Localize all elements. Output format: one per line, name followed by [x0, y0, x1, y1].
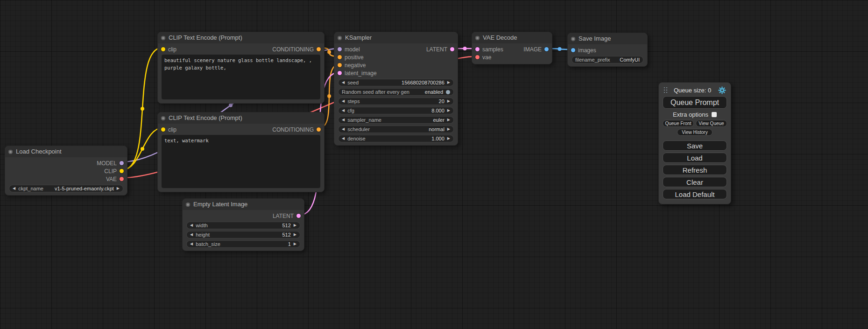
view-queue-button[interactable]: View Queue: [696, 120, 727, 127]
node-clip-text-encode-positive[interactable]: CLIP Text Encode (Prompt) clip CONDITION…: [157, 32, 325, 104]
image-slot-dot[interactable]: [571, 48, 575, 52]
node-vae-decode[interactable]: VAE Decode samples IMAGE vae: [472, 32, 552, 64]
queue-prompt-button[interactable]: Queue Prompt: [663, 96, 727, 109]
clip-input-slot[interactable]: clip: [161, 126, 176, 133]
scheduler-widget[interactable]: ◀ scheduler normal ▶: [338, 126, 454, 133]
height-widget[interactable]: ◀ height 512 ▶: [186, 231, 300, 238]
extra-options-checkbox[interactable]: [712, 112, 717, 117]
node-title-bar[interactable]: Save Image: [568, 33, 647, 44]
node-title-bar[interactable]: Load Checkpoint: [5, 146, 127, 157]
sampler-name-widget[interactable]: ◀ sampler_name euler ▶: [338, 116, 454, 124]
view-history-button[interactable]: View History: [677, 129, 713, 136]
negative-input-slot[interactable]: negative: [338, 62, 366, 69]
latent-output-slot[interactable]: LATENT: [273, 213, 301, 219]
prev-value-arrow-icon[interactable]: ◀: [342, 118, 345, 122]
node-empty-latent-image[interactable]: Empty Latent Image LATENT ◀ width 512 ▶ …: [182, 198, 304, 251]
vae-input-slot[interactable]: vae: [475, 54, 491, 61]
clip-slot-dot[interactable]: [161, 47, 165, 51]
drag-handle-icon[interactable]: [664, 87, 665, 88]
widget-name: scheduler: [347, 126, 370, 132]
latent-slot-dot[interactable]: [475, 47, 480, 51]
model-input-slot[interactable]: model: [338, 46, 360, 53]
increment-arrow-icon[interactable]: ▶: [447, 137, 450, 140]
decrement-arrow-icon[interactable]: ◀: [342, 81, 345, 84]
denoise-widget[interactable]: ◀ denoise 1.000 ▶: [338, 135, 454, 142]
prompt-textarea[interactable]: beautiful scenery nature glass bottle la…: [162, 55, 320, 99]
prompt-textarea[interactable]: text, watermark: [162, 135, 320, 188]
next-value-arrow-icon[interactable]: ▶: [117, 187, 120, 190]
positive-input-slot[interactable]: positive: [338, 54, 364, 61]
image-slot-dot[interactable]: [544, 47, 549, 51]
conditioning-slot-dot[interactable]: [338, 55, 342, 59]
filename-prefix-widget[interactable]: filename_prefix ComfyUI: [572, 56, 643, 63]
vae-slot-dot[interactable]: [475, 55, 480, 59]
save-button[interactable]: Save: [663, 140, 727, 151]
samples-input-slot[interactable]: samples: [475, 46, 503, 53]
conditioning-output-slot[interactable]: CONDITIONING: [272, 126, 321, 133]
clip-output-slot[interactable]: CLIP: [104, 168, 124, 175]
node-title-bar[interactable]: CLIP Text Encode (Prompt): [158, 112, 324, 124]
node-ksampler[interactable]: KSampler model LATENT positive: [334, 32, 458, 146]
batch-size-widget[interactable]: ◀ batch_size 1 ▶: [186, 240, 300, 248]
increment-arrow-icon[interactable]: ▶: [447, 99, 450, 103]
model-slot-dot[interactable]: [338, 47, 342, 51]
latent-slot-dot[interactable]: [296, 214, 301, 218]
latent-image-input-slot[interactable]: latent_image: [338, 70, 377, 77]
node-title-bar[interactable]: Empty Latent Image: [183, 199, 304, 210]
node-load-checkpoint[interactable]: Load Checkpoint MODEL CLIP VAE: [5, 146, 127, 196]
vae-output-slot[interactable]: VAE: [106, 176, 124, 182]
conditioning-output-slot[interactable]: CONDITIONING: [272, 46, 321, 53]
load-button[interactable]: Load: [663, 153, 727, 163]
latent-slot-dot[interactable]: [338, 71, 342, 75]
image-output-slot[interactable]: IMAGE: [523, 46, 549, 53]
node-title-bar[interactable]: KSampler: [334, 32, 458, 43]
steps-widget[interactable]: ◀ steps 20 ▶: [338, 98, 454, 105]
conditioning-slot-dot[interactable]: [317, 47, 321, 51]
node-title-bar[interactable]: VAE Decode: [472, 32, 552, 43]
model-slot-dot[interactable]: [120, 161, 124, 165]
toggle-dot-icon[interactable]: [446, 90, 450, 94]
next-value-arrow-icon[interactable]: ▶: [447, 118, 450, 122]
vae-slot-dot[interactable]: [120, 177, 124, 181]
latent-output-slot[interactable]: LATENT: [426, 46, 454, 53]
node-graph-canvas[interactable]: Load Checkpoint MODEL CLIP VAE: [0, 0, 868, 329]
node-title: CLIP Text Encode (Prompt): [169, 114, 242, 121]
node-title-bar[interactable]: CLIP Text Encode (Prompt): [158, 32, 324, 43]
conditioning-slot-dot[interactable]: [338, 63, 342, 67]
clear-button[interactable]: Clear: [663, 177, 727, 187]
settings-gear-icon[interactable]: [718, 86, 726, 94]
node-clip-text-encode-negative[interactable]: CLIP Text Encode (Prompt) clip CONDITION…: [157, 112, 325, 192]
width-widget[interactable]: ◀ width 512 ▶: [186, 222, 300, 229]
cfg-widget[interactable]: ◀ cfg 8.000 ▶: [338, 107, 454, 114]
decrement-arrow-icon[interactable]: ◀: [342, 99, 345, 103]
decrement-arrow-icon[interactable]: ◀: [190, 224, 193, 227]
node-save-image[interactable]: Save Image images filename_prefix ComfyU…: [567, 33, 648, 67]
clip-input-slot[interactable]: clip: [161, 46, 176, 53]
increment-arrow-icon[interactable]: ▶: [294, 242, 296, 246]
decrement-arrow-icon[interactable]: ◀: [342, 137, 345, 140]
increment-arrow-icon[interactable]: ▶: [294, 224, 296, 227]
decrement-arrow-icon[interactable]: ◀: [190, 242, 193, 246]
increment-arrow-icon[interactable]: ▶: [447, 81, 450, 84]
refresh-button[interactable]: Refresh: [663, 165, 727, 175]
increment-arrow-icon[interactable]: ▶: [447, 109, 450, 112]
increment-arrow-icon[interactable]: ▶: [294, 233, 296, 237]
decrement-arrow-icon[interactable]: ◀: [190, 233, 193, 237]
clip-slot-dot[interactable]: [161, 127, 165, 132]
node-title: Empty Latent Image: [193, 201, 247, 208]
model-output-slot[interactable]: MODEL: [97, 160, 124, 167]
queue-front-button[interactable]: Queue Front: [663, 120, 694, 127]
node-status-dot: [186, 203, 190, 207]
decrement-arrow-icon[interactable]: ◀: [342, 109, 345, 112]
prev-value-arrow-icon[interactable]: ◀: [342, 127, 345, 131]
latent-slot-dot[interactable]: [450, 47, 454, 51]
seed-widget[interactable]: ◀ seed 156680208700286 ▶: [338, 79, 454, 86]
ckpt-name-widget[interactable]: ◀ ckpt_name v1-5-pruned-emaonly.ckpt ▶: [9, 185, 123, 192]
next-value-arrow-icon[interactable]: ▶: [447, 127, 450, 131]
clip-slot-dot[interactable]: [120, 169, 124, 173]
conditioning-slot-dot[interactable]: [317, 127, 321, 132]
images-input-slot[interactable]: images: [571, 47, 596, 54]
random-seed-toggle-widget[interactable]: Random seed after every gen enabled: [338, 88, 454, 96]
prev-value-arrow-icon[interactable]: ◀: [13, 187, 15, 190]
load-default-button[interactable]: Load Default: [663, 189, 727, 199]
